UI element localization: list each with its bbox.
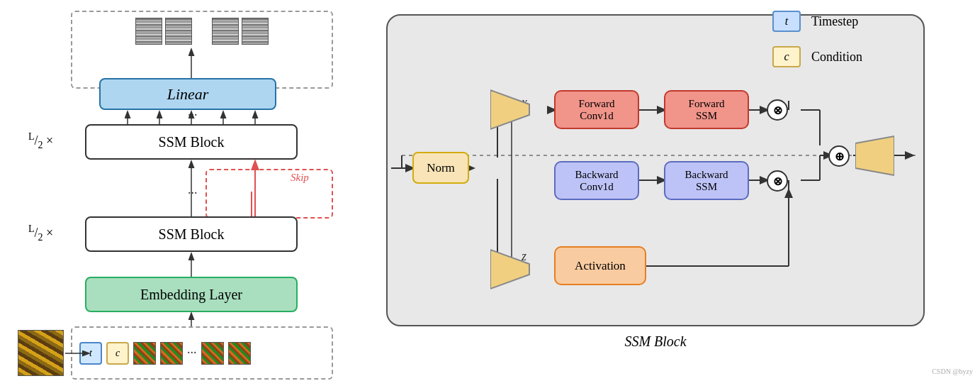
forward-ssm: ForwardSSM xyxy=(664,90,749,129)
noise-patch-4 xyxy=(242,18,269,45)
activation-box: Activation xyxy=(554,246,646,285)
ssm-upper-label: SSM Block xyxy=(159,134,225,150)
top-patch-container xyxy=(71,11,333,89)
left-diagram: Linear SSM Block L/2 × Skip SSM Block L/… xyxy=(7,7,361,376)
svg-marker-43 xyxy=(490,250,529,289)
embedding-label: Embedding Layer xyxy=(140,287,242,303)
fraction-upper: L/2 × xyxy=(28,131,53,151)
bwd-conv-label: BackwardConv1d xyxy=(575,169,619,193)
skip-label: Skip xyxy=(291,172,309,184)
dots-bottom: ··· xyxy=(187,346,197,360)
backward-ssm: BackwardSSM xyxy=(664,161,749,200)
fwd-ssm-label: ForwardSSM xyxy=(689,98,725,122)
legend-t-box: t xyxy=(772,11,801,32)
bottom-patch-container: t c ··· xyxy=(71,326,333,380)
plus-circle: ⊕ xyxy=(828,145,850,167)
skip-box xyxy=(205,169,333,219)
legend-c-box: c xyxy=(772,46,801,67)
bwd-ssm-label: BackwardSSM xyxy=(685,169,728,193)
multiply-circle-bottom: ⊗ xyxy=(767,170,788,192)
norm-label: Norm xyxy=(427,161,455,175)
linear-block: Linear xyxy=(99,78,276,110)
fwd-conv-label: ForwardConv1d xyxy=(579,98,615,122)
embedding-block: Embedding Layer xyxy=(85,277,298,312)
patch-small-1 xyxy=(133,342,156,365)
csdn-label: CSDN @byzy xyxy=(932,368,973,375)
svg-text:···: ··· xyxy=(188,108,198,122)
norm-box: Norm xyxy=(412,152,469,184)
token-c: c xyxy=(106,342,129,365)
trap-z-svg xyxy=(490,246,536,292)
legend-timestep-label: Timestep xyxy=(811,14,858,29)
legend-timestep: t Timestep xyxy=(772,11,862,32)
svg-marker-44 xyxy=(855,136,894,175)
fraction-lower: L/2 × xyxy=(28,223,53,243)
noise-patches xyxy=(72,12,332,50)
dog-image xyxy=(18,330,64,376)
legend-condition: c Condition xyxy=(772,46,862,67)
fraction-upper-text: L/2 × xyxy=(28,133,53,148)
patch-small-3 xyxy=(201,342,224,365)
multiply-circle-top: ⊗ xyxy=(767,99,788,121)
trap-output-svg xyxy=(855,133,894,179)
noise-patch-2 xyxy=(165,18,192,45)
linear-label: Linear xyxy=(167,85,209,104)
svg-text:···: ··· xyxy=(188,186,198,200)
token-t: t xyxy=(79,342,102,365)
noise-patch-1 xyxy=(135,18,162,45)
noise-patch-3 xyxy=(212,18,239,45)
activation-label: Activation xyxy=(575,259,626,273)
legend: t Timestep c Condition xyxy=(772,11,862,67)
forward-conv1d: ForwardConv1d xyxy=(554,90,639,129)
fraction-lower-text: L/2 × xyxy=(28,226,53,240)
backward-conv1d: BackwardConv1d xyxy=(554,161,639,200)
patch-small-2 xyxy=(160,342,183,365)
legend-condition-label: Condition xyxy=(811,50,862,65)
patch-small-4 xyxy=(228,342,251,365)
ssm-block-lower: SSM Block xyxy=(85,216,298,252)
trap-x-svg xyxy=(490,87,536,133)
ssm-block-label: SSM Block xyxy=(386,333,925,350)
ssm-block-upper: SSM Block xyxy=(85,124,298,160)
ssm-lower-label: SSM Block xyxy=(159,226,225,243)
svg-marker-42 xyxy=(490,90,529,129)
